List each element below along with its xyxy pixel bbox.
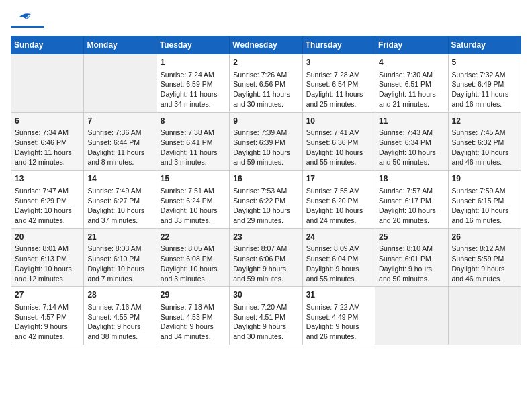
day-number: 23 (233, 232, 298, 243)
day-info-line: Daylight: 11 hours (306, 89, 371, 99)
day-number: 1 (161, 57, 226, 68)
day-info-line: Sunrise: 8:03 AM (87, 244, 152, 254)
calendar-cell: 31Sunrise: 7:22 AMSunset: 4:49 PMDayligh… (302, 287, 375, 345)
day-number: 31 (306, 289, 371, 301)
day-number: 30 (233, 289, 298, 301)
day-number: 21 (87, 232, 152, 243)
day-info-line: Sunset: 6:22 PM (233, 196, 298, 206)
day-number: 12 (452, 116, 517, 127)
col-header-saturday: Saturday (448, 36, 521, 54)
calendar-cell: 4Sunrise: 7:30 AMSunset: 6:51 PMDaylight… (375, 54, 448, 113)
day-info-line: Sunset: 6:34 PM (379, 138, 444, 148)
week-row-1: 1Sunrise: 7:24 AMSunset: 6:59 PMDaylight… (11, 54, 521, 113)
day-info-line: and 59 minutes. (233, 274, 298, 284)
calendar-cell: 1Sunrise: 7:24 AMSunset: 6:59 PMDaylight… (157, 54, 229, 113)
day-info-line: Sunrise: 8:05 AM (161, 244, 226, 254)
day-info-line: and 42 minutes. (15, 332, 80, 342)
calendar-cell: 12Sunrise: 7:45 AMSunset: 6:32 PMDayligh… (448, 112, 521, 171)
calendar-cell: 27Sunrise: 7:14 AMSunset: 4:57 PMDayligh… (11, 287, 84, 345)
day-info-line: and 37 minutes. (87, 216, 152, 226)
day-info-line: Daylight: 11 hours (87, 148, 152, 158)
day-info-line: Daylight: 10 hours (379, 205, 444, 216)
day-info-line: Daylight: 10 hours (306, 148, 371, 158)
calendar-cell: 24Sunrise: 8:09 AMSunset: 6:04 PMDayligh… (302, 228, 375, 287)
day-number: 9 (233, 116, 298, 127)
day-info-line: and 7 minutes. (87, 274, 152, 284)
day-info-line: Sunrise: 7:41 AM (306, 128, 371, 138)
day-info-line: Sunset: 6:29 PM (15, 196, 80, 206)
day-info-line: Daylight: 9 hours (87, 322, 152, 332)
day-info-line: Sunset: 6:13 PM (15, 254, 80, 264)
day-info-line: and 34 minutes. (161, 99, 226, 109)
day-info-line: Sunset: 6:39 PM (233, 138, 298, 148)
day-number: 18 (379, 173, 444, 185)
week-row-4: 20Sunrise: 8:01 AMSunset: 6:13 PMDayligh… (11, 228, 521, 287)
day-info-line: Sunrise: 8:12 AM (452, 244, 517, 254)
header-row: SundayMondayTuesdayWednesdayThursdayFrid… (11, 36, 521, 54)
page-header (11, 11, 521, 28)
day-info-line: Sunset: 6:46 PM (15, 138, 80, 148)
day-info-line: and 12 minutes. (15, 157, 80, 167)
day-info-line: Sunset: 6:15 PM (452, 196, 517, 206)
day-info-line: Sunrise: 8:10 AM (379, 244, 444, 254)
calendar-cell: 2Sunrise: 7:26 AMSunset: 6:56 PMDaylight… (230, 54, 302, 113)
day-info-line: Daylight: 11 hours (161, 148, 226, 158)
day-info-line: Sunrise: 7:55 AM (306, 186, 371, 196)
day-info-line: Sunset: 5:59 PM (452, 254, 517, 264)
calendar-cell: 22Sunrise: 8:05 AMSunset: 6:08 PMDayligh… (157, 228, 229, 287)
col-header-tuesday: Tuesday (157, 36, 229, 54)
calendar-cell (11, 54, 84, 113)
col-header-friday: Friday (375, 36, 448, 54)
day-info-line: Sunrise: 7:28 AM (306, 70, 371, 80)
calendar-cell (84, 54, 157, 113)
day-info-line: Daylight: 10 hours (452, 205, 517, 216)
day-info-line: Daylight: 9 hours (233, 322, 298, 332)
day-number: 13 (15, 173, 80, 185)
day-info-line: Daylight: 10 hours (161, 264, 226, 274)
col-header-thursday: Thursday (302, 36, 375, 54)
calendar-cell: 6Sunrise: 7:34 AMSunset: 6:46 PMDaylight… (11, 112, 84, 171)
day-number: 25 (379, 232, 444, 243)
day-number: 28 (87, 289, 152, 301)
day-info-line: and 3 minutes. (161, 274, 226, 284)
day-info-line: Daylight: 10 hours (15, 264, 80, 274)
day-info-line: and 59 minutes. (233, 157, 298, 167)
day-info-line: and 42 minutes. (15, 216, 80, 226)
day-info-line: Daylight: 10 hours (233, 148, 298, 158)
day-info-line: and 50 minutes. (379, 274, 444, 284)
day-info-line: Daylight: 10 hours (87, 205, 152, 216)
day-info-line: Sunset: 6:01 PM (379, 254, 444, 264)
day-info-line: Sunrise: 7:26 AM (233, 70, 298, 80)
calendar-cell: 16Sunrise: 7:53 AMSunset: 6:22 PMDayligh… (230, 171, 302, 229)
day-number: 20 (15, 232, 80, 243)
day-info-line: and 21 minutes. (379, 99, 444, 109)
day-info-line: Sunrise: 7:24 AM (161, 70, 226, 80)
day-number: 15 (161, 173, 226, 185)
day-info-line: and 3 minutes. (161, 157, 226, 167)
day-info-line: and 25 minutes. (306, 99, 371, 109)
day-number: 5 (452, 57, 517, 68)
calendar-cell: 28Sunrise: 7:16 AMSunset: 4:55 PMDayligh… (84, 287, 157, 345)
day-info-line: Sunset: 4:53 PM (161, 312, 226, 322)
day-info-line: Sunrise: 7:32 AM (452, 70, 517, 80)
day-info-line: and 55 minutes. (306, 157, 371, 167)
day-info-line: and 33 minutes. (161, 216, 226, 226)
day-info-line: and 46 minutes. (452, 274, 517, 284)
calendar-cell: 20Sunrise: 8:01 AMSunset: 6:13 PMDayligh… (11, 228, 84, 287)
day-info-line: and 34 minutes. (161, 332, 226, 342)
day-number: 17 (306, 173, 371, 185)
day-number: 29 (161, 289, 226, 301)
calendar-cell: 7Sunrise: 7:36 AMSunset: 6:44 PMDaylight… (84, 112, 157, 171)
calendar-cell: 14Sunrise: 7:49 AMSunset: 6:27 PMDayligh… (84, 171, 157, 229)
day-number: 19 (452, 173, 517, 185)
day-info-line: Sunrise: 7:59 AM (452, 186, 517, 196)
day-info-line: Sunset: 4:49 PM (306, 312, 371, 322)
day-info-line: Daylight: 11 hours (379, 89, 444, 99)
day-info-line: Sunrise: 7:51 AM (161, 186, 226, 196)
day-info-line: Sunrise: 7:39 AM (233, 128, 298, 138)
calendar-cell: 13Sunrise: 7:47 AMSunset: 6:29 PMDayligh… (11, 171, 84, 229)
day-info-line: Sunset: 6:32 PM (452, 138, 517, 148)
calendar-cell: 26Sunrise: 8:12 AMSunset: 5:59 PMDayligh… (448, 228, 521, 287)
day-info-line: Daylight: 9 hours (233, 264, 298, 274)
day-number: 2 (233, 57, 298, 68)
